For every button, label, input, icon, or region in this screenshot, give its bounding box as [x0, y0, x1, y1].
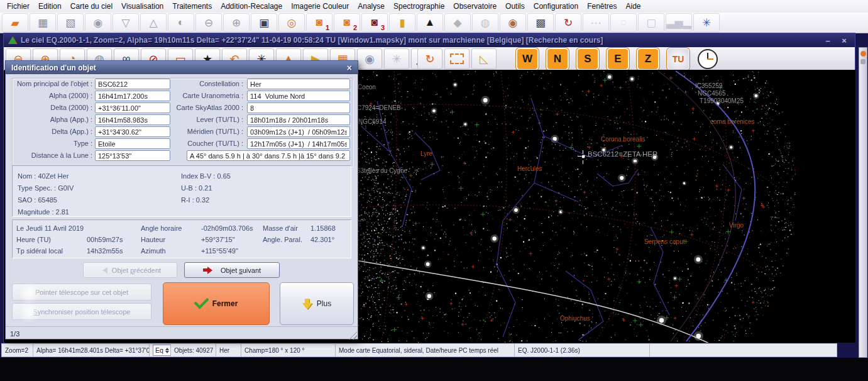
menu-carte-du-ciel[interactable]: Carte du ciel: [66, 1, 117, 12]
info-magnitude: Magnitude : 2.81: [18, 208, 69, 216]
menu-fenetres[interactable]: Fenêtres: [583, 1, 621, 12]
status-filler: [650, 344, 837, 356]
field-input-carte-uranometria[interactable]: [247, 91, 350, 101]
map-label-virgo: Virgo: [729, 222, 744, 229]
close-window-button[interactable]: ×: [838, 36, 850, 45]
coord-mode-selector[interactable]: Eq: [153, 345, 171, 356]
tu-time-button[interactable]: TU: [667, 48, 689, 70]
menu-imagerie-couleur[interactable]: Imagerie Couleur: [287, 1, 353, 12]
field-input-nom-principal-de-l-objet[interactable]: [95, 79, 170, 89]
compass-w-button[interactable]: W: [516, 48, 539, 70]
field-input-lever-tu-tl[interactable]: [247, 114, 350, 125]
field-label-alpha-2000: Alpha (2000) :: [49, 92, 92, 99]
field-input-constellation[interactable]: [247, 79, 350, 89]
dock-orange-icon[interactable]: [860, 51, 866, 57]
resize-grip[interactable]: [349, 331, 357, 340]
plus-button[interactable]: Plus: [280, 282, 354, 325]
field-label-carte-uranometria: Carte Uranometria :: [182, 92, 243, 99]
blink-button[interactable]: ◌: [610, 13, 637, 32]
dome-button[interactable]: ◍: [472, 13, 498, 32]
dialog-title-bar[interactable]: Identification d'un objet ×: [6, 61, 358, 74]
histogram-button[interactable]: ▃▅▂: [666, 13, 692, 32]
image-list-button[interactable]: ▧: [57, 13, 84, 32]
field-input-delta-app[interactable]: [95, 126, 170, 137]
dock-gray-icon[interactable]: [860, 59, 865, 64]
field-input-alpha-2000[interactable]: [95, 91, 170, 101]
info-button[interactable]: ◉: [85, 13, 111, 32]
eph-1-15868: 1.15868: [310, 224, 336, 232]
menu-fichier[interactable]: Fichier: [3, 1, 34, 12]
zoom-out-button[interactable]: ⊖: [195, 13, 222, 32]
point-telescope-button[interactable]: Pointer télescope sur cet objet: [12, 284, 151, 301]
menu-observatoire[interactable]: Observatoire: [449, 1, 501, 12]
dialog-close-button[interactable]: ×: [347, 63, 352, 73]
field-input-coucher-tu-tl[interactable]: [247, 138, 350, 149]
field-input-delta-2000[interactable]: [95, 102, 170, 113]
field-input-distance-a-la-lune[interactable]: [95, 150, 170, 161]
next-object-button[interactable]: Objet suivant: [184, 262, 280, 278]
eph-42-301: 42.301°: [310, 236, 334, 243]
clock-icon: [698, 49, 718, 69]
close-dialog-button[interactable]: Fermer: [163, 282, 270, 325]
mosaic-button[interactable]: ▢: [638, 13, 664, 32]
minimize-button[interactable]: –: [821, 36, 834, 45]
field-input-type[interactable]: [95, 138, 170, 149]
camera-2-button[interactable]: ◙2: [334, 13, 360, 32]
focus-gears-icon: ✳: [702, 16, 711, 30]
mount-button[interactable]: ▮: [389, 13, 415, 32]
menu-analyse[interactable]: Analyse: [353, 1, 389, 12]
compress-field-button[interactable]: ✳: [384, 48, 409, 69]
flip-horizontal-button[interactable]: △: [140, 13, 167, 32]
camera-3-button[interactable]: ◙3: [361, 13, 388, 32]
field-input-meridien-tu-tl[interactable]: [247, 126, 350, 137]
field-input-alpha-app[interactable]: [95, 114, 170, 125]
menu-aide[interactable]: Aide: [622, 1, 646, 12]
comet-button[interactable]: ◆: [444, 13, 471, 32]
rotate-field-button[interactable]: ↻: [417, 48, 442, 69]
save-button[interactable]: ▦: [30, 13, 56, 32]
menu-spectrographie[interactable]: Spectrographie: [389, 1, 449, 12]
wrench-button[interactable]: ◉: [500, 13, 526, 32]
checkmark-icon: [194, 294, 209, 309]
full-screen-button[interactable]: ▣: [251, 13, 277, 32]
previous-object-button[interactable]: Objet précédent: [83, 262, 177, 278]
menu-addition-recalage[interactable]: Addition-Recalage: [216, 1, 287, 12]
protractor-button[interactable]: ◺: [471, 48, 497, 69]
eph-02h09m03-706s: -02h09m03.706s: [201, 224, 253, 232]
menu-traitements[interactable]: Traitements: [168, 1, 216, 12]
menu-outils[interactable]: Outils: [501, 1, 529, 12]
select-region-button[interactable]: [444, 48, 470, 69]
sync-star-icon: [19, 302, 40, 323]
map-label-corona-borealis: Corona borealis: [601, 136, 646, 143]
window-title-bar[interactable]: Le ciel EQ.2000-1-1, Zoom=2, Alpha= 19h1…: [4, 33, 855, 47]
dark-frame-button[interactable]: ▩: [527, 13, 554, 32]
menu-visualisation[interactable]: Visualisation: [117, 1, 168, 12]
open-image-button[interactable]: ▰: [2, 13, 28, 32]
sync-telescope-button[interactable]: Synchroniser position télescope: [12, 303, 151, 320]
focus-gears-button[interactable]: ✳: [693, 13, 720, 32]
zoom-in-button[interactable]: ⊕: [223, 13, 250, 32]
contrast-button[interactable]: ◐: [168, 13, 194, 32]
object-visibility-button[interactable]: ◉: [357, 48, 382, 69]
menu-configuration[interactable]: Configuration: [529, 1, 583, 12]
clock-button[interactable]: [697, 48, 718, 70]
field-input-carte-skyatlas-2000[interactable]: [247, 102, 350, 113]
flip-vertical-button[interactable]: ▽: [113, 13, 139, 32]
previous-object-label: Objet précédent: [112, 267, 161, 274]
selection-rectangle-icon: [450, 53, 464, 64]
menu-edition[interactable]: Edition: [34, 1, 66, 12]
filter-wheel-button[interactable]: ◎: [278, 13, 305, 32]
field-input-visibility-times[interactable]: [187, 150, 350, 161]
compass-e-button[interactable]: E: [607, 48, 629, 70]
script-button[interactable]: ⋯: [583, 13, 609, 32]
compass-z-button[interactable]: Z: [637, 48, 659, 70]
clock-minute-hand: [707, 58, 713, 60]
wrench-icon: ◉: [508, 16, 518, 30]
autoguider-button[interactable]: ▲: [417, 13, 443, 32]
camera-1-button[interactable]: ◙1: [306, 13, 332, 32]
compass-s-button[interactable]: S: [576, 48, 599, 70]
derotator-button[interactable]: ↻: [555, 13, 581, 32]
mosaic-icon: ▢: [646, 16, 656, 30]
compass-n-button[interactable]: N: [546, 48, 569, 70]
spinner-icon[interactable]: [165, 346, 169, 355]
